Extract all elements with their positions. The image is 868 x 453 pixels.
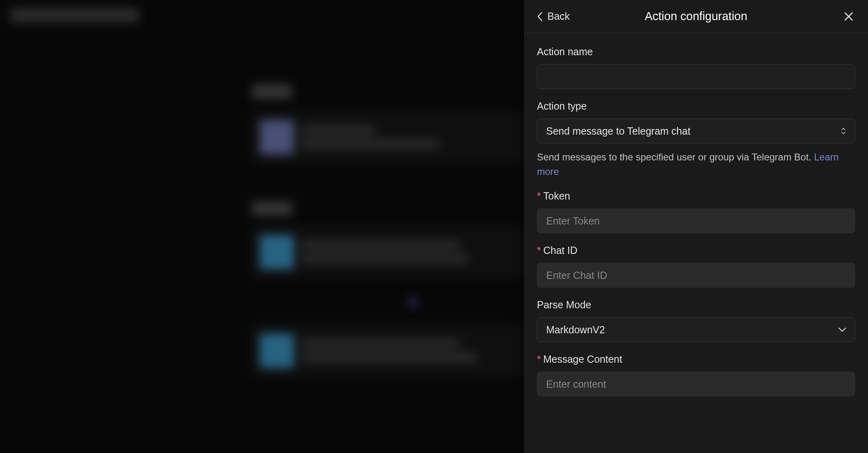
chat-id-label: *Chat ID bbox=[537, 245, 855, 256]
token-input[interactable] bbox=[537, 208, 855, 233]
parse-mode-label: Parse Mode bbox=[537, 299, 855, 311]
message-content-group: *Message Content bbox=[537, 353, 855, 397]
chevron-left-icon bbox=[537, 12, 543, 21]
action-configuration-panel: Back Action configuration Action name Ac… bbox=[524, 0, 868, 453]
close-button[interactable] bbox=[842, 10, 855, 23]
action-type-group: Action type Send message to Telegram cha… bbox=[537, 100, 855, 179]
required-indicator: * bbox=[537, 190, 541, 202]
back-button[interactable]: Back bbox=[537, 10, 570, 22]
token-group: *Token bbox=[537, 190, 855, 233]
parse-mode-selected: MarkdownV2 bbox=[546, 324, 605, 336]
action-name-input[interactable] bbox=[537, 64, 855, 89]
action-type-label: Action type bbox=[537, 100, 855, 112]
back-label: Back bbox=[547, 10, 570, 22]
panel-header: Back Action configuration bbox=[524, 0, 868, 33]
token-label: *Token bbox=[537, 190, 855, 202]
message-content-label: *Message Content bbox=[537, 353, 855, 365]
chat-id-input[interactable] bbox=[537, 263, 855, 288]
action-type-selected: Send message to Telegram chat bbox=[546, 125, 690, 137]
chat-id-group: *Chat ID bbox=[537, 245, 855, 288]
panel-body: Action name Action type Send message to … bbox=[524, 33, 868, 453]
required-indicator: * bbox=[537, 245, 541, 256]
message-content-input[interactable] bbox=[537, 372, 855, 397]
parse-mode-select[interactable]: MarkdownV2 bbox=[537, 317, 855, 342]
action-type-select[interactable]: Send message to Telegram chat bbox=[537, 118, 855, 143]
required-indicator: * bbox=[537, 353, 541, 365]
close-icon bbox=[844, 12, 853, 21]
action-name-group: Action name bbox=[537, 46, 855, 89]
action-type-description: Send messages to the specified user or g… bbox=[537, 150, 855, 179]
action-name-label: Action name bbox=[537, 46, 855, 58]
panel-title: Action configuration bbox=[645, 10, 748, 23]
parse-mode-group: Parse Mode MarkdownV2 bbox=[537, 299, 855, 342]
